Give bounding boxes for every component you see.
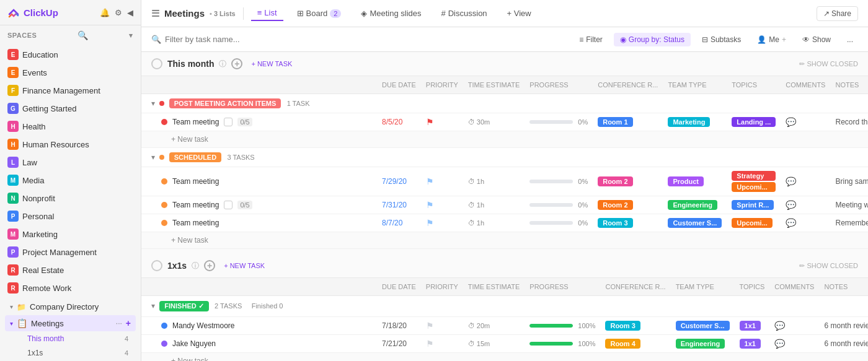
- add-task-row: + New task: [141, 131, 868, 148]
- chevron-down-icon[interactable]: ▾: [129, 32, 133, 40]
- notes-cell: 6 month review: [819, 335, 868, 353]
- sidebar-item-human-resources[interactable]: H Human Resources: [2, 136, 138, 153]
- group-expand-icon[interactable]: ▾: [151, 99, 155, 108]
- col-topics: TOPICS: [727, 76, 781, 94]
- sidebar-item-law[interactable]: L Law: [2, 154, 138, 171]
- show-closed-label-1x1s: SHOW CLOSED: [807, 262, 858, 269]
- meetings-sub-1x1s[interactable]: 1x1s 4: [22, 346, 136, 360]
- me-button[interactable]: 👤 Me +: [752, 33, 791, 46]
- filter-button[interactable]: ≡ Filter: [574, 33, 608, 46]
- section-status-icon: [151, 58, 162, 69]
- comments-cell: 💬: [781, 167, 830, 196]
- task-name-cell: Mandy Westmoore: [141, 317, 377, 335]
- tab-meeting-slides[interactable]: ◈ Meeting slides: [355, 6, 427, 20]
- sidebar-item-getting-started[interactable]: G Getting Started: [2, 100, 138, 117]
- meetings-nav-item[interactable]: ▾ 📋 Meetings ··· +: [5, 315, 136, 331]
- comments-cell: 💬: [769, 317, 819, 335]
- team-tag: Customer S...: [668, 218, 722, 228]
- comment-icon[interactable]: 💬: [786, 117, 796, 127]
- tab-list[interactable]: ≡ List: [251, 6, 283, 21]
- new-task-link-1x1s[interactable]: + New task: [171, 357, 208, 361]
- comment-icon[interactable]: 💬: [786, 200, 796, 210]
- group-by-label: Group by: Status: [629, 35, 684, 44]
- topics-cell: 1x1: [735, 317, 770, 335]
- new-task-link[interactable]: + New task: [171, 135, 208, 144]
- sidebar-item-health[interactable]: H Health: [2, 118, 138, 135]
- add-1x1s-section-button[interactable]: +: [204, 260, 215, 271]
- group-expand-icon-finished[interactable]: ▾: [151, 302, 155, 310]
- sidebar-item-nonprofit[interactable]: N Nonprofit: [2, 189, 138, 207]
- share-button[interactable]: ↗ Share: [817, 6, 858, 21]
- group-expand-icon-scheduled[interactable]: ▾: [151, 153, 155, 162]
- tab-discussion[interactable]: # Discussion: [435, 6, 494, 20]
- sidebar-item-finance[interactable]: F Finance Management: [2, 82, 138, 99]
- topbar: ☰ Meetings • 3 Lists ≡ List ⊞ Board 2 ◈ …: [141, 0, 868, 27]
- topic-tag-upcoming: Upcomi...: [732, 182, 776, 192]
- new-task-btn[interactable]: + NEW TASK: [247, 59, 296, 69]
- chevron-down-icon: ▾: [10, 320, 13, 327]
- sidebar-item-media[interactable]: M Media: [2, 172, 138, 189]
- time-estimate-cell: ⏱ 1h: [463, 167, 525, 196]
- comment-icon[interactable]: 💬: [786, 176, 796, 186]
- task-checkbox[interactable]: [224, 118, 232, 126]
- sidebar-item-project-management[interactable]: P Project Management: [2, 243, 138, 261]
- more-options-button[interactable]: ...: [842, 33, 858, 46]
- tab-board[interactable]: ⊞ Board 2: [291, 6, 348, 20]
- show-closed-btn-1x1s[interactable]: ✏ SHOW CLOSED: [799, 262, 858, 270]
- team-tag: Engineering: [668, 200, 717, 210]
- this-month-count: 4: [125, 335, 128, 342]
- priority-cell: ⚑: [421, 167, 463, 196]
- new-task-btn-1x1s[interactable]: + NEW TASK: [220, 261, 268, 271]
- topics-cell: Upcomi...: [727, 214, 781, 232]
- topic-tag: 1x1: [740, 339, 761, 349]
- meetings-add-icon[interactable]: +: [126, 318, 131, 328]
- 1x1s-table: DUE DATE PRIORITY TIME ESTIMATE PROGRESS…: [141, 277, 868, 361]
- bell-icon[interactable]: 🔔: [100, 8, 110, 17]
- show-button[interactable]: 👁 Show: [797, 33, 836, 46]
- sidebar-item-events[interactable]: E Events: [2, 64, 138, 81]
- col-team-type: TEAM TYPE: [663, 76, 727, 94]
- collapse-icon[interactable]: ◀: [127, 8, 133, 17]
- comment-icon[interactable]: 💬: [786, 218, 796, 228]
- meetings-sub-this-month[interactable]: This month 4: [22, 332, 136, 346]
- table-header-row: DUE DATE PRIORITY TIME ESTIMATE PROGRESS…: [141, 76, 868, 94]
- group-header-cell-scheduled: ▾ SCHEDULED 3 TASKS: [141, 148, 868, 167]
- info-icon-1x1s: ⓘ: [192, 261, 199, 271]
- search-box: 🔍: [151, 35, 567, 44]
- col-notes: NOTES: [830, 76, 868, 94]
- team-type-cell: Customer S...: [671, 317, 735, 335]
- priority-flag-blue: ⚑: [426, 176, 434, 186]
- priority-flag-blue: ⚑: [426, 200, 434, 210]
- sidebar-item-remote-work[interactable]: R Remote Work: [2, 279, 138, 297]
- sidebar-item-label: Media: [22, 176, 44, 185]
- task-checkbox[interactable]: [224, 201, 232, 209]
- list-icon: ≡: [257, 8, 262, 17]
- search-icon[interactable]: 🔍: [78, 30, 89, 40]
- sidebar-item-education[interactable]: E Education: [2, 46, 138, 63]
- tab-add-view[interactable]: + View: [501, 6, 538, 20]
- gear-icon[interactable]: ⚙: [115, 8, 122, 17]
- sidebar-item-label: Events: [22, 68, 47, 77]
- comments-cell: 💬: [781, 214, 830, 232]
- col-progress: PROGRESS: [525, 76, 593, 94]
- add-section-button[interactable]: +: [231, 58, 242, 69]
- comment-icon[interactable]: 💬: [774, 339, 785, 349]
- comment-icon[interactable]: 💬: [774, 321, 785, 331]
- sidebar-item-personal[interactable]: P Personal: [2, 207, 138, 225]
- table-row: Mandy Westmoore 7/18/20 ⚑ ⏱ 20m 100%: [141, 317, 868, 335]
- meetings-more-icon[interactable]: ···: [116, 319, 122, 328]
- conference-room-cell: Room 2: [593, 196, 663, 214]
- conference-room-cell: Room 4: [600, 335, 670, 353]
- expand-icon[interactable]: ▾: [10, 303, 13, 310]
- show-closed-btn[interactable]: ✏ SHOW CLOSED: [799, 60, 858, 68]
- sidebar-item-label: Education: [22, 50, 58, 59]
- col-topics-1x1s: TOPICS: [735, 278, 770, 296]
- group-by-button[interactable]: ◉ Group by: Status: [614, 33, 691, 46]
- add-task-cell-scheduled: + New task: [141, 232, 868, 249]
- group-label-finished: FINISHED ✓: [159, 301, 208, 311]
- sidebar-item-real-estate[interactable]: R Real Estate: [2, 261, 138, 279]
- subtasks-button[interactable]: ⊟ Subtasks: [697, 33, 746, 46]
- sidebar-item-marketing[interactable]: M Marketing: [2, 225, 138, 243]
- new-task-link-scheduled[interactable]: + New task: [171, 236, 208, 245]
- search-input[interactable]: [165, 35, 289, 44]
